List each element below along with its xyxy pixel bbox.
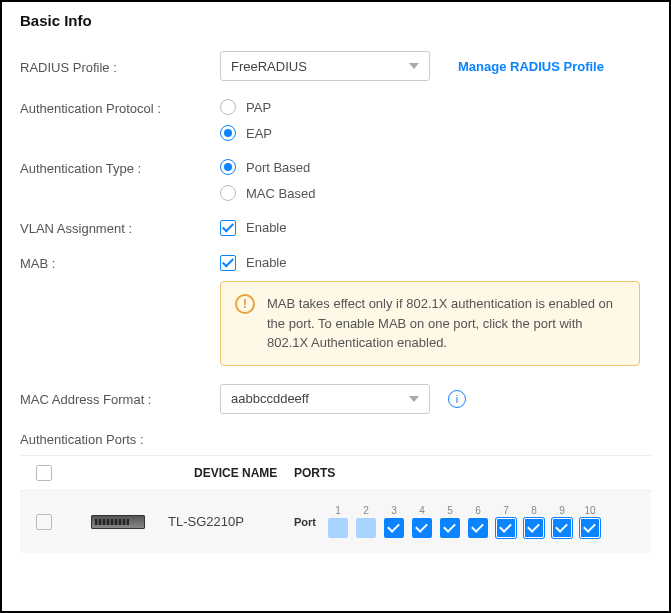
port-number: 10 <box>584 505 595 516</box>
radio-label: EAP <box>246 126 272 141</box>
port-toggle-1[interactable] <box>328 518 348 538</box>
port-number: 5 <box>447 505 453 516</box>
chevron-down-icon <box>409 63 419 69</box>
radio-icon <box>220 99 236 115</box>
warning-icon: ! <box>235 294 255 314</box>
checkbox-label: Enable <box>246 220 286 235</box>
radio-icon <box>220 125 236 141</box>
auth-type-label: Authentication Type : <box>20 159 220 176</box>
port-toggle-2[interactable] <box>356 518 376 538</box>
radio-label: PAP <box>246 100 271 115</box>
device-name: TL-SG2210P <box>168 514 294 529</box>
select-all-checkbox[interactable] <box>36 465 52 481</box>
port-row-label: Port <box>294 516 316 528</box>
port-toggle-9[interactable] <box>552 518 572 538</box>
port-number: 8 <box>531 505 537 516</box>
auth-ports-label: Authentication Ports : <box>20 432 651 447</box>
radio-label: MAC Based <box>246 186 315 201</box>
auth-type-port[interactable]: Port Based <box>220 159 315 175</box>
radio-icon <box>220 185 236 201</box>
auth-protocol-pap[interactable]: PAP <box>220 99 272 115</box>
port-toggle-8[interactable] <box>524 518 544 538</box>
mac-format-label: MAC Address Format : <box>20 390 220 407</box>
row-checkbox[interactable] <box>36 514 52 530</box>
th-device-name: DEVICE NAME <box>194 466 294 480</box>
port-toggle-6[interactable] <box>468 518 488 538</box>
mac-format-value: aabbccddeeff <box>231 391 309 406</box>
mab-label: MAB : <box>20 254 220 271</box>
radius-profile-label: RADIUS Profile : <box>20 58 220 75</box>
radio-icon <box>220 159 236 175</box>
port-number: 6 <box>475 505 481 516</box>
auth-protocol-label: Authentication Protocol : <box>20 99 220 116</box>
auth-protocol-eap[interactable]: EAP <box>220 125 272 141</box>
port-toggle-7[interactable] <box>496 518 516 538</box>
alert-text: MAB takes effect only if 802.1X authenti… <box>267 294 625 353</box>
vlan-enable-checkbox[interactable]: Enable <box>220 220 286 236</box>
port-toggle-4[interactable] <box>412 518 432 538</box>
chevron-down-icon <box>409 396 419 402</box>
info-icon[interactable]: i <box>448 390 466 408</box>
port-toggle-10[interactable] <box>580 518 600 538</box>
port-toggle-3[interactable] <box>384 518 404 538</box>
checkbox-label: Enable <box>246 255 286 270</box>
checkbox-icon <box>220 255 236 271</box>
section-title: Basic Info <box>20 12 651 29</box>
port-number: 9 <box>559 505 565 516</box>
port-toggle-5[interactable] <box>440 518 460 538</box>
port-number: 4 <box>419 505 425 516</box>
switch-device-icon <box>91 515 145 529</box>
radius-profile-value: FreeRADIUS <box>231 59 307 74</box>
port-number: 1 <box>335 505 341 516</box>
table-row: TL-SG2210P Port 12345678910 <box>20 491 651 553</box>
port-number: 3 <box>391 505 397 516</box>
mab-alert: ! MAB takes effect only if 802.1X authen… <box>220 281 640 366</box>
port-number: 2 <box>363 505 369 516</box>
radius-profile-select[interactable]: FreeRADIUS <box>220 51 430 81</box>
auth-type-mac[interactable]: MAC Based <box>220 185 315 201</box>
manage-radius-link[interactable]: Manage RADIUS Profile <box>458 59 604 74</box>
table-header: DEVICE NAME PORTS <box>20 455 651 491</box>
vlan-assignment-label: VLAN Assignment : <box>20 219 220 236</box>
radio-label: Port Based <box>246 160 310 175</box>
port-number: 7 <box>503 505 509 516</box>
checkbox-icon <box>220 220 236 236</box>
th-ports: PORTS <box>294 466 651 480</box>
mab-enable-checkbox[interactable]: Enable <box>220 255 286 271</box>
mac-format-select[interactable]: aabbccddeeff <box>220 384 430 414</box>
